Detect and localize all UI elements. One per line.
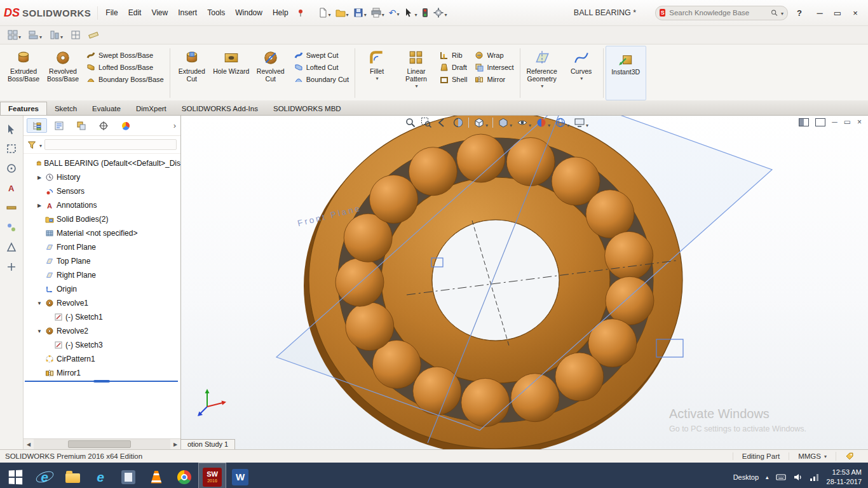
toolbar-grid-button-5[interactable]: [87, 29, 100, 41]
display-manager-tab[interactable]: [116, 118, 136, 133]
boundary-cut-button[interactable]: Boundary Cut: [294, 75, 349, 84]
side-toolbar-icon[interactable]: [6, 241, 17, 253]
minimize-button[interactable]: ─: [811, 8, 829, 18]
tree-item-annotations[interactable]: A Annotations: [24, 198, 180, 212]
rib-button[interactable]: Rib: [440, 51, 467, 60]
taskbar-internet-explorer[interactable]: e: [31, 463, 58, 488]
side-toolbar-icon[interactable]: [6, 143, 17, 154]
tree-item-part-root[interactable]: BALL BEARING (Default<<Default>_Dis: [24, 156, 180, 170]
tab-features[interactable]: Features: [0, 102, 47, 115]
taskbar-vlc[interactable]: [142, 463, 170, 488]
intersect-button[interactable]: Intersect: [475, 63, 513, 72]
ball-bearing-model[interactable]: [181, 116, 868, 449]
zoom-area-button[interactable]: [421, 117, 432, 128]
expand-arrow-icon[interactable]: [36, 175, 43, 180]
units-selector[interactable]: MMGS: [789, 452, 836, 460]
tree-item-right-plane[interactable]: Right Plane: [24, 268, 180, 282]
wrap-button[interactable]: Wrap: [475, 51, 513, 60]
undo-button[interactable]: ↶: [388, 7, 401, 18]
menu-insert[interactable]: Insert: [173, 6, 202, 20]
knowledge-base-search[interactable]: S: [655, 6, 788, 20]
swept-cut-button[interactable]: Swept Cut: [294, 51, 349, 60]
restore-button[interactable]: ▭: [829, 8, 846, 18]
tree-item-material[interactable]: Material <not specified>: [24, 226, 180, 240]
tab-solidworks-add-ins[interactable]: SOLIDWORKS Add-Ins: [174, 102, 266, 115]
side-toolbar-icon[interactable]: [6, 222, 17, 233]
tree-item-front-plane[interactable]: Front Plane: [24, 240, 180, 254]
help-button[interactable]: ?: [790, 8, 808, 18]
network-icon[interactable]: [810, 473, 820, 482]
bore-hole[interactable]: [432, 220, 559, 341]
open-document-button[interactable]: [334, 6, 350, 19]
taskbar-generic-app[interactable]: [114, 463, 142, 488]
search-icon[interactable]: [771, 8, 778, 17]
extruded-cut-button[interactable]: Extruded Cut: [172, 46, 212, 100]
instant3d-button[interactable]: Instant3D: [606, 46, 646, 100]
taskbar-edge-browser[interactable]: e: [86, 463, 114, 488]
revolved-boss-button[interactable]: Revolved Boss/Base: [43, 46, 83, 100]
draft-button[interactable]: Draft: [440, 63, 467, 72]
taskbar-chrome[interactable]: [170, 463, 198, 488]
pin-menu-icon[interactable]: [296, 8, 305, 17]
motion-study-tab[interactable]: otion Study 1: [181, 439, 235, 449]
menu-file[interactable]: File: [100, 6, 123, 20]
filter-funnel-icon[interactable]: [27, 140, 36, 149]
start-button[interactable]: [0, 463, 31, 488]
side-toolbar-icon[interactable]: [6, 163, 17, 174]
shell-button[interactable]: Shell: [440, 75, 467, 84]
zoom-fit-button[interactable]: [405, 117, 416, 128]
status-tag-button[interactable]: [836, 452, 863, 461]
side-toolbar-icon[interactable]: [6, 202, 17, 214]
feature-manager-tab[interactable]: [27, 118, 47, 133]
toolbar-grid-button-3[interactable]: [48, 29, 64, 41]
tree-item-sensors[interactable]: Sensors: [24, 184, 180, 198]
pane-left-icon[interactable]: [799, 118, 809, 126]
new-document-button[interactable]: [316, 6, 332, 19]
side-toolbar-icon[interactable]: A: [6, 182, 17, 194]
expand-arrow-icon[interactable]: [36, 329, 43, 334]
desktop-toolbar-label[interactable]: Desktop: [733, 473, 759, 481]
view-settings-button[interactable]: [574, 117, 588, 128]
reference-geometry-button[interactable]: Reference Geometry: [522, 46, 562, 100]
select-tool-button[interactable]: [402, 6, 418, 19]
mirror-button[interactable]: Mirror: [475, 75, 513, 84]
toolbar-grid-button-2[interactable]: [27, 29, 43, 41]
taskbar-word[interactable]: W: [226, 463, 254, 488]
side-toolbar-icon[interactable]: [6, 123, 17, 135]
scroll-left-icon[interactable]: [24, 442, 34, 447]
lofted-boss-button[interactable]: Lofted Boss/Base: [86, 63, 164, 72]
menu-edit[interactable]: Edit: [123, 6, 147, 20]
save-button[interactable]: [352, 6, 368, 19]
panel-expand-chevron-icon[interactable]: ›: [173, 121, 177, 130]
doc-restore-icon[interactable]: ▭: [844, 118, 851, 126]
taskbar-clock[interactable]: 12:53 AM 28-11-2017: [827, 468, 862, 486]
lofted-cut-button[interactable]: Lofted Cut: [294, 63, 349, 72]
tab-sketch[interactable]: Sketch: [47, 102, 85, 115]
scroll-right-icon[interactable]: [170, 442, 180, 447]
search-input[interactable]: [668, 8, 768, 17]
options-button[interactable]: [432, 6, 448, 19]
search-options-caret-icon[interactable]: [780, 8, 783, 17]
close-button[interactable]: ×: [846, 8, 864, 18]
volume-icon[interactable]: [793, 473, 803, 482]
view-orientation-button[interactable]: [473, 117, 488, 128]
taskbar-file-explorer[interactable]: [58, 463, 86, 488]
boundary-boss-button[interactable]: Boundary Boss/Base: [86, 75, 164, 84]
expand-arrow-icon[interactable]: [36, 301, 43, 306]
rebuild-button[interactable]: [420, 6, 430, 19]
pane-right-icon[interactable]: [815, 118, 825, 126]
tree-horizontal-scrollbar[interactable]: [24, 438, 180, 449]
menu-window[interactable]: Window: [230, 6, 268, 20]
swept-boss-button[interactable]: Swept Boss/Base: [86, 51, 164, 60]
show-hidden-icons-caret-icon[interactable]: [766, 474, 769, 480]
tree-item-origin[interactable]: Origin: [24, 282, 180, 296]
tree-item-revolve2[interactable]: Revolve2: [24, 324, 180, 338]
tree-item-mirror1[interactable]: Mirror1: [24, 366, 180, 380]
side-toolbar-icon[interactable]: [6, 261, 17, 273]
linear-pattern-button[interactable]: Linear Pattern: [397, 46, 436, 100]
menu-view[interactable]: View: [146, 6, 173, 20]
edit-appearance-button[interactable]: [536, 117, 550, 128]
taskbar-solidworks[interactable]: SW 2016: [198, 463, 226, 488]
tree-item-sketch3[interactable]: (-) Sketch3: [24, 338, 180, 352]
fillet-button[interactable]: Fillet: [357, 46, 397, 100]
